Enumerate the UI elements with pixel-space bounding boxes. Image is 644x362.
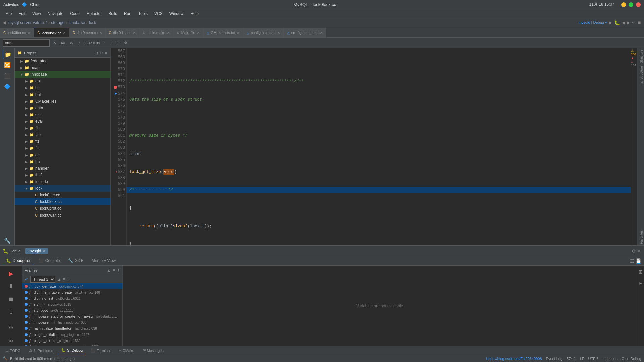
tree-node-fut[interactable]: ▶ 📁 fut [15,145,110,152]
activities-label[interactable]: Activities [3,2,19,7]
encoding-label[interactable]: UTF-8 [588,357,598,361]
run-icon[interactable]: ▶ [609,20,612,25]
frame-item-9[interactable]: ƒ plugin_init sql_plugin.cc:1539 [22,338,122,344]
bottom-tab-debug[interactable]: 🐛 S: Debug [58,347,85,354]
menu-navigate[interactable]: Navigate [45,11,66,17]
search-options-button[interactable]: ⚙ [123,40,129,46]
debug-pause-button[interactable]: ⏸ [6,282,16,292]
toolbar-icon4[interactable]: ⏹ [637,20,641,25]
menu-build[interactable]: Build [106,11,120,17]
menu-tools[interactable]: Tools [136,11,150,17]
tree-collapse-all-button[interactable]: ⊟ [95,51,98,55]
debug-resume-button[interactable]: ▶ [6,268,16,279]
sidebar-terminal-icon[interactable]: ⬛ [3,71,12,80]
sidebar-project-icon[interactable]: 📁 [3,50,12,59]
breadcrumb-innobase[interactable]: innobase [68,20,85,25]
tree-close-button[interactable]: ✕ [104,51,108,55]
tree-node-buf[interactable]: ▶ 📁 buf [15,91,110,98]
debug-settings-button[interactable]: ⚙ [632,248,636,254]
structure-tab[interactable]: Structure [637,48,644,65]
frame-item-4[interactable]: ƒ srv_boot srv0srv.cc:1116 [22,307,122,313]
breadcrumb-root[interactable]: mysql-server-vats-5.7 [8,20,47,25]
tree-node-heap[interactable]: ▶ 📁 heap [15,64,110,71]
tab-close-configure-cmake[interactable]: ✕ [320,31,323,35]
search-case-button[interactable]: Aa [59,40,66,46]
bottom-tab-problems[interactable]: ⚠ 6: Problems [26,347,56,354]
tree-node-btr[interactable]: ▶ 📁 btr [15,84,110,91]
search-prev-button[interactable]: ↑ [102,40,107,46]
thread-prev-button[interactable]: ▲ [57,277,61,282]
bottom-tab-messages[interactable]: ✉ Messages [140,347,166,354]
tree-node-lock0iter[interactable]: C lock0Iter.cc [15,192,110,198]
tree-settings-button[interactable]: ⚙ [99,51,103,55]
menu-run[interactable]: Run [121,11,134,17]
debug-close-panel-button[interactable]: ✕ [637,248,641,254]
tab-close-lock0lock[interactable]: ✕ [63,31,66,35]
maximize-button[interactable] [629,2,633,7]
nav-back-icon[interactable]: ◀ [3,20,6,25]
tree-node-include[interactable]: ▶ 📁 include [15,178,110,185]
debug-step-over-button[interactable]: ⤵ [6,307,16,318]
tab-close-lock0iter[interactable]: ✕ [28,31,30,35]
bottom-tab-terminal[interactable]: ⬛ Terminal [88,347,113,354]
menu-code[interactable]: Code [67,11,83,17]
tree-node-lock0lock[interactable]: C lock0lock.cc [15,198,110,205]
search-filter-button[interactable]: ⊡ [115,40,121,46]
tab-close-build-make[interactable]: ✕ [167,31,170,35]
favorites-tab[interactable]: Favorites [637,229,644,245]
menu-view[interactable]: View [30,11,44,17]
indent-label[interactable]: 4 spaces [603,357,618,361]
thread-add-button[interactable]: + [68,277,70,282]
menu-refactor[interactable]: Refactor [84,11,104,17]
tree-node-cmakefiles[interactable]: ▶ 📁 CMakeFiles [15,98,110,105]
frame-item-3[interactable]: ƒ srv_init srv0srv.cc:1015 [22,301,122,307]
tab-build-make[interactable]: ⚙ build.make ✕ [139,28,173,37]
menu-window[interactable]: Window [167,11,186,17]
mysqld-debug-badge[interactable]: mysqld | Debug ▾ [579,20,607,25]
tab-dict0mem[interactable]: C dict0mem.cc ✕ [69,28,106,37]
tab-close-makefile[interactable]: ✕ [197,31,200,35]
debug-tab-memory[interactable]: Memory View [88,257,119,265]
tab-makefile[interactable]: ⚙ Makefile ✕ [173,28,203,37]
tab-lock0iter[interactable]: C lock0Iter.cc ✕ [0,28,34,37]
language-label[interactable]: C++: Debug [622,357,641,361]
debug-memory-view-button[interactable]: 💾 [636,258,641,264]
frame-item-8[interactable]: ƒ plugin_initialize sql_plugin.cc:1197 [22,331,122,338]
menu-edit[interactable]: Edit [16,11,28,17]
breadcrumb-lock[interactable]: lock [89,20,96,25]
debug-collapse-button[interactable]: ⊟ [635,279,644,288]
event-log-label[interactable]: Event Log [546,357,563,361]
frames-up-button[interactable]: ▲ [107,268,111,273]
tab-close-dict0dict[interactable]: ✕ [133,31,136,35]
debug-variables-button[interactable]: ☷ [630,258,634,264]
frames-add-button[interactable]: + [117,268,120,273]
tab-cmakelists[interactable]: △ CMakeLists.txt ✕ [203,28,243,37]
minimize-button[interactable] [621,2,626,7]
tree-node-innobase[interactable]: ▼ 📁 innobase [15,71,110,78]
tab-configure-cmake[interactable]: △ configure.cmake ✕ [284,28,327,37]
frame-item-0[interactable]: ƒ lock_get_size lock0lock.cc:574 [22,283,122,289]
tree-node-ha[interactable]: ▶ 📁 ha [15,158,110,165]
z-structure-tab[interactable]: Z: Structure [637,65,644,85]
code-editor[interactable]: /***************************************… [127,48,631,245]
search-input[interactable] [3,39,50,47]
menu-vcs[interactable]: VCS [152,11,165,17]
menu-help[interactable]: Help [187,11,201,17]
frame-item-10[interactable]: ƒ init_server_components mysqld.cc:4033 [22,344,122,346]
tab-close-config-cmake[interactable]: ✕ [277,31,280,35]
toolbar-icon3[interactable]: ↩ [632,20,635,25]
thread-next-button[interactable]: ▼ [62,277,66,282]
tree-node-lock0prdt[interactable]: C lock0prdt.cc [15,205,110,212]
debug-tab-console[interactable]: ⬛ Console [35,257,63,265]
toolbar-icon1[interactable]: ◀ [622,20,625,25]
blog-link[interactable]: https://blog.csdn.net/Fal20140908 [486,357,542,361]
debug-run-icon[interactable]: 🐛 [614,20,620,25]
debug-infinity-button[interactable]: ∞ [6,336,16,346]
bottom-tab-todo[interactable]: ☐ TODO [3,347,23,354]
frame-item-1[interactable]: ƒ dict_mem_table_create dict0mem.cc:148 [22,289,122,295]
tree-node-lock[interactable]: ▼ 📁 lock [15,185,110,192]
breadcrumb-storage[interactable]: storage [51,20,64,25]
frame-item-2[interactable]: ƒ dict_ind_init dict0dict.cc:6011 [22,295,122,301]
tree-node-dict[interactable]: ▶ 📁 dict [15,111,110,118]
tree-node-handler[interactable]: ▶ 📁 handler [15,165,110,172]
